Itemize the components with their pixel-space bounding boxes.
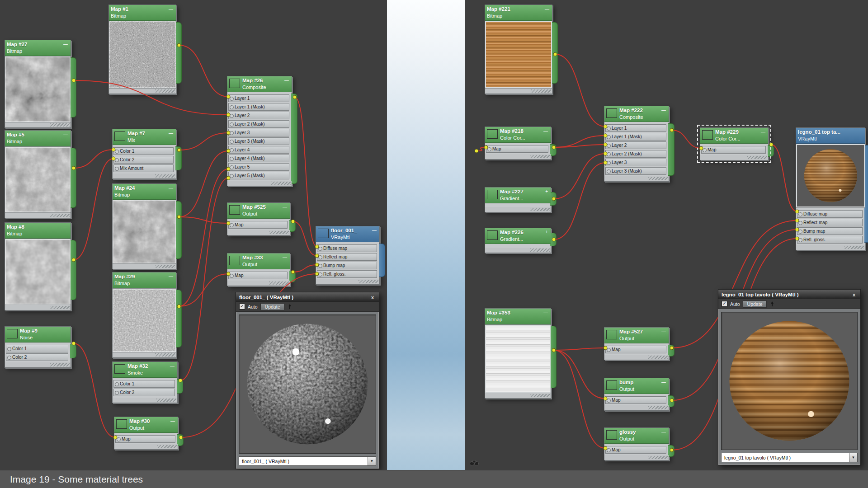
input-socket[interactable]	[487, 147, 491, 151]
node-header[interactable]: floor_001_VRayMtl—	[316, 226, 379, 242]
node-header[interactable]: Map #29Bitmap—	[113, 272, 176, 288]
input-socket[interactable]	[318, 255, 322, 259]
slot-refl-gloss[interactable]: Refl. gloss.	[797, 236, 863, 244]
input-socket[interactable]	[115, 158, 119, 162]
collapse-icon[interactable]: —	[169, 363, 175, 369]
collapse-icon[interactable]: —	[282, 254, 288, 261]
input-socket[interactable]	[318, 272, 322, 277]
input-socket[interactable]	[230, 122, 234, 127]
input-socket[interactable]	[607, 152, 611, 156]
node-legno-01-top-ta[interactable]: legno_01 top ta...VRayMtlDiffuse mapRefl…	[796, 127, 865, 250]
output-socket-tab[interactable]	[864, 145, 868, 243]
input-socket[interactable]	[230, 131, 234, 135]
node-header[interactable]: Map #30Output—	[114, 417, 178, 433]
node-resize-grip[interactable]	[485, 248, 551, 253]
collapse-icon[interactable]: —	[62, 131, 69, 138]
input-socket[interactable]	[230, 174, 234, 178]
node-header[interactable]: legno_01 top ta...VRayMtl	[796, 128, 865, 144]
output-socket-tab[interactable]	[768, 145, 774, 157]
node-map-7[interactable]: Map #7Mix—Color 1Color 2Mix Amount	[112, 129, 176, 179]
node-map-525[interactable]: Map #525Output—Map	[227, 202, 290, 235]
output-socket-tab[interactable]	[175, 290, 182, 347]
node-map-221[interactable]: Map #221Bitmap—	[485, 5, 552, 94]
collapse-icon[interactable]: —	[660, 379, 667, 385]
input-socket[interactable]	[798, 212, 802, 216]
slot-map[interactable]: Map	[115, 435, 175, 443]
node-resize-grip[interactable]	[113, 174, 176, 178]
input-socket[interactable]	[117, 437, 121, 441]
collapse-icon[interactable]: —	[168, 6, 174, 12]
node-resize-grip[interactable]	[796, 245, 865, 250]
input-socket[interactable]	[607, 448, 611, 452]
material-preview-window[interactable]: floor_001_ ( VRayMtl ) x ✓ Auto Update f…	[236, 292, 379, 469]
output-socket-tab[interactable]	[550, 326, 557, 388]
close-icon[interactable]: x	[369, 295, 376, 300]
chevron-down-icon[interactable]: ▼	[849, 453, 857, 462]
input-socket[interactable]	[230, 148, 234, 152]
node-resize-grip[interactable]	[5, 305, 71, 310]
material-selector-dropdown[interactable]: legno_01 top tavolo ( VRayMtl ) ▼	[721, 453, 858, 462]
collapse-icon[interactable]: —	[283, 77, 290, 84]
node-map-1[interactable]: Map #1Bitmap—	[108, 5, 176, 94]
node-header[interactable]: Map #227Gradient...+	[485, 188, 551, 203]
output-socket-tab[interactable]	[70, 148, 76, 208]
node-header[interactable]: Map #9Noise—	[5, 327, 71, 343]
input-socket[interactable]	[607, 348, 611, 352]
slot-layer-3-mask[interactable]: Layer 3 (Mask)	[228, 137, 289, 145]
output-socket-tab[interactable]	[379, 244, 385, 277]
collapse-icon[interactable]: —	[760, 129, 766, 135]
expand-icon[interactable]: +	[544, 229, 549, 235]
node-map-26[interactable]: Map #26Composite—Layer 1Layer 1 (Mask)La…	[227, 76, 292, 186]
collapse-icon[interactable]: —	[371, 227, 377, 234]
input-socket[interactable]	[798, 221, 802, 225]
input-socket[interactable]	[230, 274, 234, 278]
output-socket-tab[interactable]	[289, 271, 296, 282]
output-socket-tab[interactable]	[175, 22, 182, 84]
node-resize-grip[interactable]	[227, 181, 292, 186]
input-socket[interactable]	[115, 382, 119, 386]
expand-icon[interactable]: +	[544, 188, 549, 195]
node-resize-grip[interactable]	[5, 362, 71, 367]
node-resize-grip[interactable]	[109, 89, 176, 94]
node-header[interactable]: Map #27Bitmap—	[5, 40, 71, 56]
slot-color-2[interactable]: Color 2	[113, 389, 175, 396]
output-socket-tab[interactable]	[70, 344, 76, 358]
node-resize-grip[interactable]	[700, 155, 768, 160]
slot-bump-map[interactable]: Bump map	[317, 262, 377, 269]
input-socket[interactable]	[703, 148, 707, 152]
collapse-icon[interactable]: —	[282, 204, 288, 210]
node-map-30[interactable]: Map #30Output—Map	[114, 417, 178, 450]
node-map-218[interactable]: Map #218Color Cor...—Map	[485, 127, 551, 160]
slot-map[interactable]: Map	[486, 145, 548, 153]
input-socket[interactable]	[7, 347, 11, 351]
node-header[interactable]: Map #527Output—	[604, 328, 669, 343]
collapse-icon[interactable]: —	[168, 130, 174, 136]
output-socket-tab[interactable]	[175, 201, 182, 259]
collapse-icon[interactable]: —	[170, 418, 176, 424]
node-resize-grip[interactable]	[604, 355, 669, 360]
slot-map[interactable]: Map	[605, 446, 666, 454]
input-socket[interactable]	[798, 238, 802, 242]
collapse-icon[interactable]: —	[62, 41, 69, 47]
node-header[interactable]: Map #229Color Cor...—	[700, 128, 768, 144]
slot-layer-1[interactable]: Layer 1	[605, 124, 666, 132]
output-socket-tab[interactable]	[177, 434, 184, 446]
node-header[interactable]: Map #8Bitmap—	[5, 223, 71, 239]
output-socket-tab[interactable]	[668, 445, 675, 457]
node-map-24[interactable]: Map #24Bitmap—	[112, 183, 176, 269]
slot-layer-4-mask[interactable]: Layer 4 (Mask)	[228, 155, 289, 162]
chevron-down-icon[interactable]: ▼	[368, 457, 376, 465]
node-map-527[interactable]: Map #527Output—Map	[604, 327, 669, 360]
input-socket[interactable]	[607, 399, 611, 403]
output-socket-tab[interactable]	[289, 220, 296, 232]
slot-map[interactable]: Map	[605, 396, 666, 404]
node-map-9[interactable]: Map #9Noise—Color 1Color 2	[5, 326, 71, 368]
node-header[interactable]: Map #221Bitmap—	[485, 5, 552, 21]
input-socket[interactable]	[607, 161, 611, 165]
input-socket[interactable]	[7, 356, 11, 360]
node-map-29[interactable]: Map #29Bitmap—	[112, 272, 176, 358]
collapse-icon[interactable]: —	[168, 273, 174, 280]
slot-layer-3-mask[interactable]: Layer 3 (Mask)	[605, 167, 666, 175]
node-map-5[interactable]: Map #5Bitmap—	[5, 130, 71, 218]
slot-layer-3[interactable]: Layer 3	[605, 159, 666, 166]
